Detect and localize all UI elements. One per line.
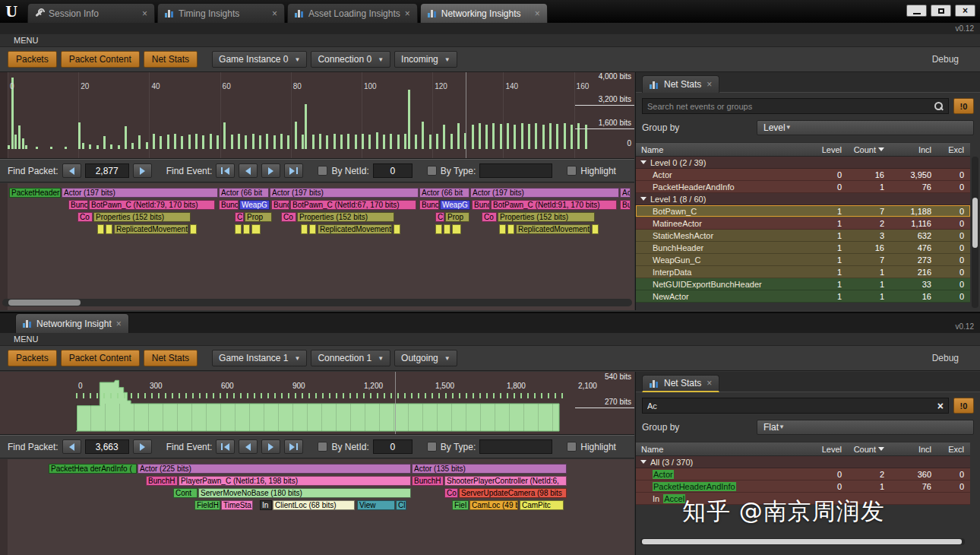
packet-size-bar[interactable] (25, 145, 27, 149)
scrollbar-thumb[interactable] (8, 300, 81, 306)
packet-event-segment[interactable]: ShooterPlayerController (NetId:6, (444, 476, 567, 486)
minimize-button[interactable] (906, 5, 927, 17)
packet-event-segment[interactable]: BotPawn_C (NetId:79, 170 bits) (89, 200, 215, 210)
packet-event-segment[interactable] (507, 224, 514, 234)
net-search-box[interactable] (642, 98, 949, 114)
horizontal-scrollbar[interactable] (2, 299, 632, 306)
packet-event-segment[interactable]: Actor (225 bits) (138, 464, 411, 474)
packet-size-bar[interactable] (181, 136, 183, 149)
column-level[interactable]: Level (814, 145, 846, 154)
packet-size-bar[interactable] (472, 125, 474, 149)
packet-event-segment[interactable]: Bun (620, 200, 631, 210)
packet-size-bar[interactable] (500, 124, 502, 149)
packet-event-segment[interactable]: WeapG (440, 200, 470, 210)
packet-size-bar[interactable] (238, 134, 240, 149)
packet-size-bar[interactable] (50, 147, 52, 149)
packet-content-button[interactable]: Packet Content (61, 51, 140, 68)
filter-button[interactable]: !0 (953, 398, 974, 414)
packet-size-bar[interactable] (443, 125, 445, 149)
packet-event-segment[interactable]: Actor (66 bit (219, 188, 269, 198)
direction-dropdown[interactable]: Incoming ▼ (394, 51, 457, 68)
packet-event-segment[interactable]: ServerUpdateCamera (98 bits (459, 488, 567, 498)
packet-event-segment[interactable]: CamPitc (520, 500, 564, 510)
first-event-button[interactable] (216, 439, 235, 454)
prev-event-button[interactable] (239, 163, 258, 178)
packet-event-segment[interactable]: In (260, 500, 272, 510)
packet-event-segment[interactable]: Prop (245, 212, 272, 222)
packet-event-segment[interactable]: Properties (152 bits) (498, 212, 595, 222)
packet-event-segment[interactable]: Actor (135 bits) (412, 464, 567, 474)
app-tab-session-info[interactable]: Session Info× (27, 3, 155, 23)
column-excl[interactable]: Excl (935, 145, 970, 154)
packet-event-segment[interactable]: ReplicatedMovement (114, 224, 188, 234)
packet-size-bar[interactable] (556, 124, 558, 149)
packet-size-bar[interactable] (362, 134, 364, 149)
packet-event-segment[interactable]: Actor (197 bits) (470, 188, 619, 198)
packet-size-bar[interactable] (564, 123, 566, 149)
packet-event-segment[interactable]: WeapG (239, 200, 270, 210)
packet-size-bar[interactable] (295, 122, 297, 149)
prev-packet-button[interactable] (62, 163, 81, 178)
packets-button[interactable]: Packets (8, 51, 57, 68)
netstats-row[interactable]: NewActor11160 (636, 290, 970, 303)
next-packet-button[interactable] (133, 163, 152, 178)
menu-label[interactable]: MENU (14, 36, 38, 45)
packet-size-bar[interactable] (252, 134, 254, 149)
packet-size-bar[interactable] (103, 136, 106, 149)
first-event-button[interactable] (216, 163, 235, 178)
packet-event-segment[interactable] (97, 224, 104, 234)
packet-event-segment[interactable] (592, 224, 599, 234)
packet-event-segment[interactable]: Co (444, 488, 458, 498)
net-stats-button[interactable]: Net Stats (144, 51, 198, 68)
packet-size-bar[interactable] (390, 134, 392, 149)
packet-size-bar[interactable] (231, 135, 233, 149)
packet-size-bar[interactable] (302, 135, 304, 149)
packet-event-segment[interactable]: BunchH (146, 476, 178, 486)
packet-event-segment[interactable] (444, 224, 450, 234)
packet-event-segment[interactable]: Co (482, 212, 497, 222)
packet-size-bar[interactable] (125, 126, 127, 149)
prev-packet-button[interactable] (62, 439, 81, 454)
packet-size-bar[interactable] (535, 123, 537, 149)
app-tab-asset-loading-insights[interactable]: Asset Loading Insights× (287, 3, 418, 23)
packet-event-segment[interactable]: BotPawn_C (NetId:91, 170 bits) (491, 200, 617, 210)
packet-size-bar[interactable] (65, 147, 67, 149)
packet-size-bar[interactable] (287, 135, 289, 149)
packet-size-bar[interactable] (383, 135, 385, 149)
scrollbar-thumb[interactable] (972, 198, 978, 248)
tab-close-icon[interactable]: × (707, 80, 712, 89)
packet-event-segment[interactable]: Bunc (68, 200, 88, 210)
packet-size-bar[interactable] (153, 134, 155, 149)
packet-event-segment[interactable]: Co (281, 212, 296, 222)
packet-size-bar[interactable] (492, 123, 495, 149)
packet-size-bar[interactable] (340, 135, 343, 149)
packet-size-bar[interactable] (188, 135, 191, 149)
app-tab-networking-insights[interactable]: Networking Insights× (420, 3, 548, 23)
packet-event-segment[interactable]: Actor (197 bits) (270, 188, 419, 198)
packet-event-segment[interactable]: Bunc (219, 200, 239, 210)
packet-event-segment[interactable]: Actor (66 bit (419, 188, 469, 198)
net-search-input[interactable] (647, 401, 933, 411)
packet-event-segment[interactable]: Cont (173, 488, 198, 498)
packet-event-segment[interactable]: PlayerPawn_C (NetId:16, 198 bits) (179, 476, 411, 486)
panel-tab-networking-insight[interactable]: Networking Insight× (15, 313, 129, 333)
packet-event-segment[interactable]: ServerMoveNoBase (180 bits) (198, 488, 411, 498)
menu-label[interactable]: MENU (14, 335, 38, 344)
netstats-group-row[interactable]: All (3 / 370) (636, 456, 970, 468)
packet-size-bar[interactable] (36, 147, 38, 149)
packet-size-bar[interactable] (577, 123, 580, 149)
packet-event-segment[interactable]: TimeSta (221, 500, 253, 510)
column-incl[interactable]: Incl (888, 445, 935, 454)
packet-size-bar[interactable] (202, 135, 204, 149)
net-search-box[interactable]: × (642, 398, 949, 414)
connection-dropdown[interactable]: Connection 0 ▼ (311, 51, 390, 68)
packet-size-bar[interactable] (22, 138, 24, 149)
packet-event-segment[interactable]: ReplicatedMovement (318, 224, 392, 234)
netstats-row[interactable]: MatineeActor121,1160 (636, 217, 970, 230)
packet-size-bar[interactable] (404, 134, 406, 149)
last-event-button[interactable] (284, 163, 303, 178)
packet-event-segment[interactable]: Properties (152 bits) (297, 212, 394, 222)
type-input[interactable] (479, 163, 552, 178)
packet-event-segment[interactable] (190, 224, 197, 234)
packet-event-segment[interactable] (235, 224, 242, 234)
